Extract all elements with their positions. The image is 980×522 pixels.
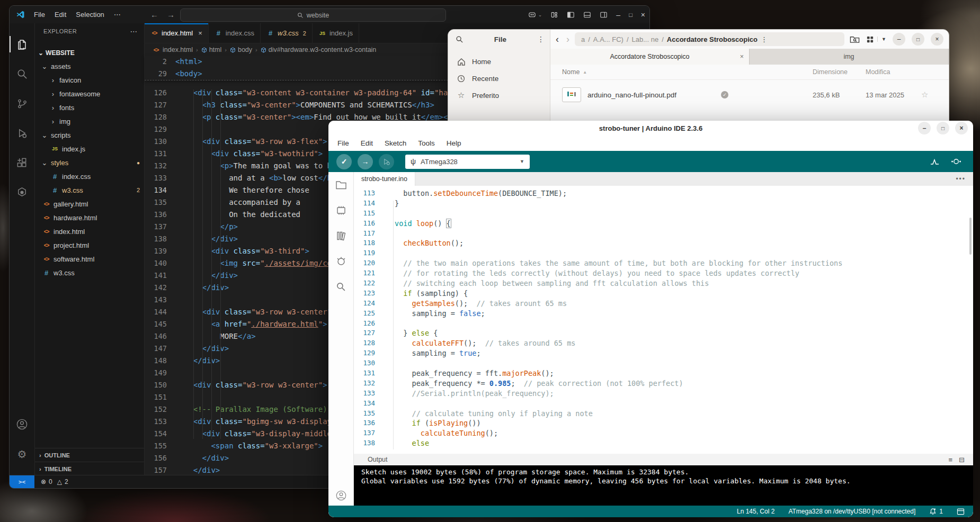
explorer-folder-fontawesome[interactable]: ›fontawesome	[35, 87, 144, 101]
editor-tab-index-html[interactable]: <>index.html×	[145, 23, 209, 43]
copilot-icon[interactable]: ⌄	[528, 10, 542, 19]
explorer-folder-scripts[interactable]: ⌄scripts	[35, 128, 144, 142]
activity-bar-extension-extra-icon[interactable]	[10, 180, 35, 205]
menu-more[interactable]: ⋯	[109, 9, 126, 21]
activity-bar-source-control-icon[interactable]	[10, 91, 35, 116]
files-tab-Accordatore-Stroboscopico[interactable]: Accordatore Stroboscopico×	[550, 49, 750, 65]
path-segment[interactable]: Lab... ne	[632, 35, 659, 43]
explorer-folder-styles[interactable]: ⌄styles●	[35, 156, 144, 169]
forward-arrow-icon[interactable]: →	[167, 10, 175, 19]
account-icon[interactable]	[10, 412, 35, 437]
explorer-file-w3-css[interactable]: #w3.css2	[35, 183, 144, 197]
activity-bar-run-and-debug-icon[interactable]	[10, 121, 35, 146]
breadcrumb-item[interactable]: div#hardware.w3-content.w3-contain	[261, 46, 377, 53]
explorer-folder-assets[interactable]: ⌄assets	[35, 59, 144, 73]
explorer-folder-favicon[interactable]: ›favicon	[35, 73, 144, 87]
toggle-panel-icon[interactable]	[583, 11, 591, 19]
settings-gear-icon[interactable]: ⚙	[10, 442, 35, 466]
board-port-status[interactable]: ATmega328 on /dev/ttyUSB0 [not connected…	[788, 508, 915, 515]
explorer-file-gallery-html[interactable]: <>gallery.html	[35, 197, 144, 211]
boards-manager-icon[interactable]	[335, 205, 347, 215]
path-current-folder[interactable]: Accordatore Stroboscopico	[667, 35, 758, 43]
activity-bar-search-icon[interactable]	[10, 61, 35, 86]
editor-tab-index-css[interactable]: #index.css	[209, 23, 261, 43]
board-selector[interactable]: ψ ATmega328 ▼	[405, 155, 530, 169]
explorer-folder-img[interactable]: ›img	[35, 114, 144, 128]
customize-layout-icon[interactable]	[550, 11, 558, 19]
folder-search-icon[interactable]	[850, 35, 860, 43]
explorer-file-w3-css[interactable]: #w3.css	[35, 266, 144, 280]
compiler-output-console[interactable]: Sketch uses 19002 bytes (58%) of program…	[354, 465, 973, 506]
close-button[interactable]: ×	[641, 11, 645, 19]
section-outline[interactable]: ›OUTLINE	[35, 448, 144, 462]
sidebar-item-preferito[interactable]: ☆Preferito	[451, 87, 547, 104]
menu-tools[interactable]: Tools	[412, 139, 441, 147]
explorer-more-actions-icon[interactable]: ⋯	[130, 27, 138, 35]
menu-selection[interactable]: Selection	[71, 9, 109, 21]
sidebar-item-home[interactable]: Home	[451, 53, 547, 70]
section-timeline[interactable]: ›TIMELINE	[35, 462, 144, 475]
minimize-button[interactable]: –	[616, 11, 620, 19]
scrollbar-thumb[interactable]	[969, 218, 972, 255]
verify-button[interactable]: ✓	[336, 154, 352, 169]
vscode-search-box[interactable]: website	[180, 8, 446, 22]
menu-sketch[interactable]: Sketch	[379, 139, 412, 147]
forward-button[interactable]: ›	[566, 34, 569, 45]
file-row[interactable]: arduino_nano-full-pinout.pdf ✓ 235,6 kB …	[550, 79, 949, 110]
back-arrow-icon[interactable]: ←	[150, 10, 158, 19]
close-tab-icon[interactable]: ×	[198, 29, 202, 37]
editor-tab-index-js[interactable]: JSindex.js	[313, 23, 359, 43]
grid-view-icon[interactable]	[866, 35, 874, 43]
breadcrumb-item[interactable]: html	[201, 46, 222, 53]
sidebar-item-recente[interactable]: Recente	[451, 70, 547, 87]
account-icon[interactable]	[335, 490, 347, 501]
path-bar[interactable]: a/A.A... FC)/Lab... ne/Accordatore Strob…	[575, 32, 844, 46]
column-modified[interactable]: Modifica	[866, 68, 890, 76]
toggle-output-icon[interactable]: ⊟	[959, 456, 965, 464]
maximize-button[interactable]: □	[937, 122, 949, 134]
activity-bar-extensions-icon[interactable]	[10, 150, 35, 175]
close-button[interactable]: ×	[955, 122, 968, 134]
clear-output-icon[interactable]: ≡	[949, 456, 953, 464]
explorer-root-folder[interactable]: ⌄ WEBSITE	[35, 47, 144, 59]
activity-bar-explorer-icon[interactable]	[10, 32, 35, 57]
minimize-button[interactable]: –	[918, 122, 931, 134]
menu-file[interactable]: File	[332, 139, 355, 147]
view-options-caret-icon[interactable]: ▼	[877, 37, 886, 42]
explorer-file-index-css[interactable]: #index.css	[35, 169, 144, 183]
search-panel-icon[interactable]	[336, 282, 346, 292]
serial-monitor-icon[interactable]	[951, 157, 961, 166]
sketch-tab[interactable]: strobo-tuner.ino	[354, 172, 415, 186]
explorer-file-project-html[interactable]: <>project.html	[35, 238, 144, 252]
tab-more-actions-icon[interactable]: •••	[956, 175, 966, 183]
kebab-menu-icon[interactable]: ⋮	[537, 35, 545, 43]
favorite-star-icon[interactable]: ☆	[921, 90, 928, 100]
debug-panel-icon[interactable]	[336, 256, 346, 266]
menu-help[interactable]: Help	[441, 139, 467, 147]
search-icon[interactable]	[456, 35, 464, 43]
explorer-file-index-html[interactable]: <>index.html	[35, 224, 144, 238]
close-button[interactable]: ×	[931, 33, 943, 46]
notifications-indicator[interactable]: 1	[929, 508, 943, 515]
explorer-file-index-js[interactable]: JSindex.js	[35, 142, 144, 156]
menu-edit[interactable]: Edit	[355, 139, 379, 147]
explorer-file-software-html[interactable]: <>software.html	[35, 252, 144, 266]
column-name[interactable]: Nome ▲	[562, 68, 587, 76]
breadcrumb-item[interactable]: <>index.html	[152, 46, 193, 53]
back-button[interactable]: ‹	[556, 34, 559, 45]
column-size[interactable]: Dimensione	[813, 68, 848, 76]
path-segment[interactable]: A.A... FC)	[593, 35, 623, 43]
cursor-position[interactable]: Ln 145, Col 2	[737, 508, 774, 515]
path-segment[interactable]: a	[581, 35, 585, 43]
remote-indicator[interactable]: ><	[10, 475, 34, 488]
menu-edit[interactable]: Edit	[50, 9, 71, 21]
arduino-code-editor[interactable]: 113 button.setDebounceTime(DEBOUNCE_TIME…	[354, 186, 973, 456]
sketchbook-folder-icon[interactable]	[335, 180, 347, 190]
path-kebab-icon[interactable]: ⋮	[761, 35, 768, 43]
problems-indicator[interactable]: ⊗ 0 △ 2	[41, 478, 68, 485]
debug-button[interactable]	[379, 154, 394, 169]
menu-file[interactable]: File	[29, 9, 50, 21]
maximize-button[interactable]: □	[629, 12, 632, 18]
minimize-button[interactable]: –	[893, 33, 905, 46]
toggle-sidebar-icon[interactable]	[567, 11, 575, 19]
